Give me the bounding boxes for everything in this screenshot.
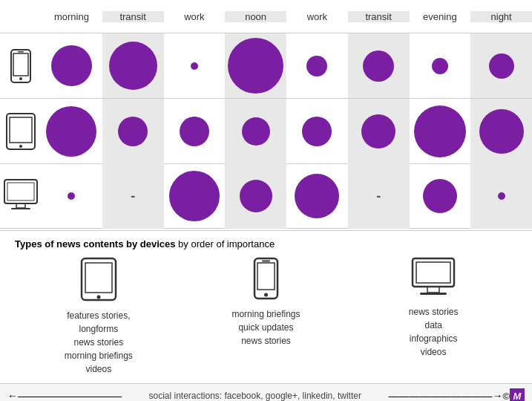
bubble (46, 106, 96, 157)
desktop-work2 (286, 163, 348, 229)
col-transit-2: transit (348, 11, 410, 22)
dash: - (131, 189, 135, 204)
bubble (118, 117, 148, 146)
col-noon: noon (225, 11, 286, 22)
tablet-morning (41, 99, 102, 164)
desktop-icon-cell (0, 179, 41, 213)
desktop-evening (410, 163, 471, 229)
legend-tablet-svg (80, 257, 117, 301)
phone-noon (225, 33, 286, 99)
social-bar: ←—————————— social interactions: faceboo… (0, 383, 532, 401)
legend-tablet: features stories,longformsnews storiesmo… (24, 257, 173, 376)
bubble (363, 50, 394, 82)
svg-point-6 (19, 145, 22, 148)
phone-icon (10, 49, 31, 83)
tablet-evening (410, 99, 471, 164)
tablet-icon-cell (0, 113, 41, 150)
header-row: morning transit work noon work transit e… (0, 0, 532, 33)
svg-rect-15 (257, 263, 275, 290)
svg-rect-12 (85, 263, 112, 293)
bubble (191, 62, 198, 70)
legend-tablet-icon (80, 257, 117, 304)
desktop-noon (225, 163, 286, 229)
svg-rect-8 (7, 183, 34, 200)
bubble (489, 53, 514, 79)
svg-rect-7 (4, 180, 37, 203)
phone-row (0, 33, 532, 98)
legend-phone-icon (253, 257, 279, 303)
dash: - (376, 189, 381, 204)
arrow-right: ——————————→ (388, 390, 502, 401)
tablet-work2 (286, 99, 348, 164)
col-work-1: work (164, 11, 226, 22)
svg-rect-1 (13, 53, 28, 76)
bubble (51, 45, 92, 86)
tablet-night (470, 99, 532, 164)
legend-devices: features stories,longformsnews storiesmo… (15, 257, 517, 376)
desktop-transit2: - (348, 163, 410, 229)
phone-evening (410, 33, 471, 99)
bubble (68, 192, 75, 200)
desktop-transit1: - (102, 163, 164, 229)
legend-desktop: news storiesdatainfographicsvideos (359, 257, 508, 359)
tablet-transit1 (102, 99, 164, 164)
svg-point-16 (264, 293, 268, 297)
col-morning: morning (41, 11, 102, 22)
bubble (109, 42, 157, 90)
legend-subtitle: by order of importance (176, 238, 275, 250)
bubble (306, 56, 327, 76)
tablet-row (0, 98, 532, 163)
phone-transit1 (102, 33, 164, 99)
bubble (423, 179, 457, 213)
legend-desktop-svg (411, 257, 456, 298)
bubble (228, 38, 283, 94)
phone-work2 (286, 33, 348, 99)
desktop-work1 (164, 163, 226, 229)
arrow-left: ←—————————— (7, 390, 122, 401)
legend-phone-text: morning briefingsquick updatesnews stori… (231, 307, 300, 348)
tablet-noon (225, 99, 286, 164)
col-work-2: work (286, 11, 348, 22)
bubble (414, 105, 466, 157)
svg-rect-11 (82, 258, 116, 300)
desktop-icon (4, 179, 38, 213)
desktop-row: - - (0, 163, 532, 229)
legend-desktop-text: news storiesdatainfographicsvideos (409, 305, 459, 359)
legend-phone-svg (253, 257, 279, 300)
svg-rect-21 (420, 293, 447, 295)
legend-tablet-text: features stories,longformsnews storiesmo… (65, 309, 133, 376)
copyright: ©M (502, 388, 525, 401)
svg-rect-4 (7, 114, 35, 149)
tablet-transit2 (348, 99, 410, 164)
legend-phone: morning briefingsquick updatesnews stori… (191, 257, 340, 348)
legend-area: Types of news contents by devices by ord… (0, 230, 532, 376)
svg-point-13 (96, 296, 100, 299)
bubble (295, 174, 339, 218)
col-night: night (470, 11, 532, 22)
m-logo: M (510, 388, 525, 401)
svg-rect-19 (416, 262, 450, 283)
legend-title: Types of news contents by devices by ord… (15, 238, 517, 250)
col-transit-1: transit (102, 11, 164, 22)
svg-rect-5 (10, 117, 32, 143)
legend-desktop-icon (411, 257, 456, 301)
bubble (432, 58, 448, 74)
legend-title-bold: Types of news contents by devices (15, 238, 176, 250)
desktop-night (470, 163, 532, 229)
bubble (169, 171, 220, 221)
bubble (242, 117, 270, 146)
tablet-icon (6, 113, 36, 150)
phone-night (470, 33, 532, 99)
bubble (361, 114, 395, 149)
phone-transit2 (348, 33, 410, 99)
col-evening: evening (410, 11, 471, 22)
svg-rect-17 (262, 261, 270, 262)
chart-area: morning transit work noon work transit e… (0, 0, 532, 230)
social-bar-text: social interactions: facebook, google+, … (122, 391, 388, 401)
bubble (240, 180, 272, 212)
bubble (498, 192, 505, 200)
phone-icon-cell (0, 49, 41, 83)
phone-morning (41, 33, 102, 99)
bubble (302, 117, 332, 146)
svg-rect-10 (11, 208, 30, 209)
